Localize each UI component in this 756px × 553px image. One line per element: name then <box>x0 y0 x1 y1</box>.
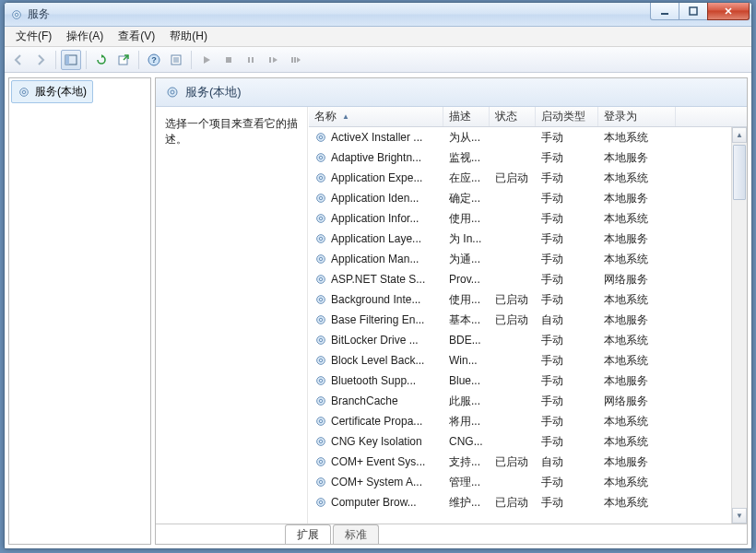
scroll-up-button[interactable]: ▲ <box>732 127 747 143</box>
close-button[interactable] <box>707 2 750 20</box>
service-row[interactable]: COM+ System A...管理...手动本地系统 <box>309 472 747 492</box>
cell-desc: 维护... <box>443 492 490 513</box>
menubar: 文件(F) 操作(A) 查看(V) 帮助(H) <box>5 27 751 47</box>
cell-logon: 本地系统 <box>598 249 676 270</box>
cell-desc: CNG... <box>443 432 490 451</box>
service-row[interactable]: Adaptive Brightn...监视...手动本地服务 <box>309 147 747 168</box>
cell-logon: 本地系统 <box>598 289 676 311</box>
forward-button[interactable] <box>30 50 51 70</box>
cell-desc: 在应... <box>443 168 490 189</box>
svg-point-56 <box>319 460 323 464</box>
service-row[interactable]: ASP.NET State S...Prov...手动网络服务 <box>309 269 747 289</box>
column-header-status[interactable]: 状态 <box>490 107 536 126</box>
column-header-description[interactable]: 描述 <box>443 107 490 126</box>
vertical-scrollbar[interactable]: ▲ ▼ <box>731 127 747 524</box>
menu-view[interactable]: 查看(V) <box>111 27 162 46</box>
properties-button[interactable] <box>166 50 186 70</box>
gear-icon <box>314 415 327 428</box>
minimize-button[interactable] <box>650 2 679 20</box>
back-button[interactable] <box>8 50 29 70</box>
service-row[interactable]: ActiveX Installer ...为从...手动本地系统 <box>309 127 747 147</box>
cell-startup: 手动 <box>536 249 598 270</box>
export-button[interactable] <box>113 50 134 70</box>
cell-desc: 为从... <box>443 127 490 148</box>
services-list: 名称▲ 描述 状态 启动类型 登录为 ActiveX Installer ...… <box>308 107 747 524</box>
separator <box>86 51 87 69</box>
service-row[interactable]: Application Infor...使用...手动本地系统 <box>309 208 747 229</box>
svg-rect-13 <box>226 57 231 63</box>
svg-point-22 <box>171 90 174 94</box>
pause-service-button[interactable] <box>241 50 261 70</box>
gear-icon <box>314 273 327 286</box>
menu-action[interactable]: 操作(A) <box>59 27 111 46</box>
svg-rect-16 <box>269 57 271 63</box>
cell-status <box>490 439 536 444</box>
service-row[interactable]: COM+ Event Sys...支持...已启动自动本地服务 <box>309 452 747 472</box>
cell-status <box>490 337 536 343</box>
gear-icon <box>314 374 327 387</box>
help-button[interactable]: ? <box>144 50 164 70</box>
service-row[interactable]: Application Iden...确定...手动本地服务 <box>309 188 747 208</box>
show-hide-tree-button[interactable] <box>61 50 81 70</box>
svg-point-48 <box>319 379 323 382</box>
service-row[interactable]: Computer Brow...维护...已启动手动本地系统 <box>309 492 747 512</box>
cell-name: ASP.NET State S... <box>309 270 443 288</box>
service-row[interactable]: Application Man...为通...手动本地系统 <box>309 249 747 269</box>
cell-logon: 本地服务 <box>598 310 676 331</box>
restart-service-icon[interactable] <box>263 50 283 70</box>
list-body[interactable]: ActiveX Installer ...为从...手动本地系统Adaptive… <box>309 127 747 524</box>
cell-startup: 手动 <box>536 472 598 493</box>
tab-standard[interactable]: 标准 <box>333 524 379 545</box>
start-service-button[interactable] <box>196 50 217 70</box>
gear-icon <box>314 496 327 509</box>
stop-service-button[interactable] <box>219 50 239 70</box>
separator <box>138 51 139 69</box>
service-row[interactable]: CNG Key IsolationCNG...手动本地系统 <box>309 431 747 452</box>
scroll-track[interactable] <box>732 143 747 508</box>
scroll-thumb[interactable] <box>733 145 746 200</box>
gear-icon <box>314 151 327 164</box>
tree-item-services-local[interactable]: 服务(本地) <box>11 80 93 103</box>
svg-point-32 <box>319 217 323 220</box>
refresh-button[interactable] <box>91 50 112 70</box>
service-row[interactable]: Background Inte...使用...已启动手动本地系统 <box>309 289 747 310</box>
cell-startup: 手动 <box>536 269 598 290</box>
svg-point-38 <box>319 277 323 281</box>
service-row[interactable]: Base Filtering En...基本...已启动自动本地服务 <box>309 310 747 330</box>
cell-startup: 自动 <box>536 452 598 473</box>
service-row[interactable]: Application Expe...在应...已启动手动本地系统 <box>309 168 747 188</box>
column-header-name[interactable]: 名称▲ <box>309 107 443 126</box>
service-row[interactable]: Certificate Propa...将用...手动本地系统 <box>309 411 747 431</box>
cell-desc: 监视... <box>443 147 490 169</box>
cell-startup: 手动 <box>536 188 598 209</box>
resume-service-button[interactable] <box>285 50 305 70</box>
service-row[interactable]: Bluetooth Supp...Blue...手动本地服务 <box>309 371 747 391</box>
gear-icon <box>18 86 30 99</box>
menu-help[interactable]: 帮助(H) <box>162 27 215 46</box>
cell-logon: 本地系统 <box>598 411 676 432</box>
service-row[interactable]: Application Laye...为 In...手动本地服务 <box>309 229 747 249</box>
menu-file[interactable]: 文件(F) <box>8 27 59 46</box>
column-header-logon[interactable]: 登录为 <box>598 107 676 126</box>
cell-startup: 手动 <box>536 431 598 453</box>
maximize-button[interactable] <box>679 2 708 20</box>
cell-desc: 基本... <box>443 310 490 331</box>
column-header-startup[interactable]: 启动类型 <box>536 107 598 126</box>
service-row[interactable]: BranchCache此服...手动网络服务 <box>309 391 747 411</box>
cell-desc: 使用... <box>443 208 490 229</box>
svg-point-54 <box>319 440 323 443</box>
cell-desc: 管理... <box>443 472 490 493</box>
gear-icon <box>314 192 327 205</box>
tab-extended[interactable]: 扩展 <box>285 524 331 545</box>
gear-icon <box>314 253 327 265</box>
cell-name: Application Infor... <box>309 209 443 228</box>
svg-point-30 <box>319 196 323 200</box>
tree-pane[interactable]: 服务(本地) <box>8 77 151 545</box>
scroll-down-button[interactable]: ▼ <box>732 508 747 524</box>
service-row[interactable]: BitLocker Drive ...BDE...手动本地系统 <box>309 330 747 350</box>
cell-status: 已启动 <box>490 310 536 331</box>
service-row[interactable]: Block Level Back...Win...手动本地系统 <box>309 350 747 371</box>
titlebar[interactable]: 服务 <box>5 3 751 27</box>
cell-logon: 本地系统 <box>598 127 676 148</box>
svg-text:?: ? <box>151 55 157 65</box>
